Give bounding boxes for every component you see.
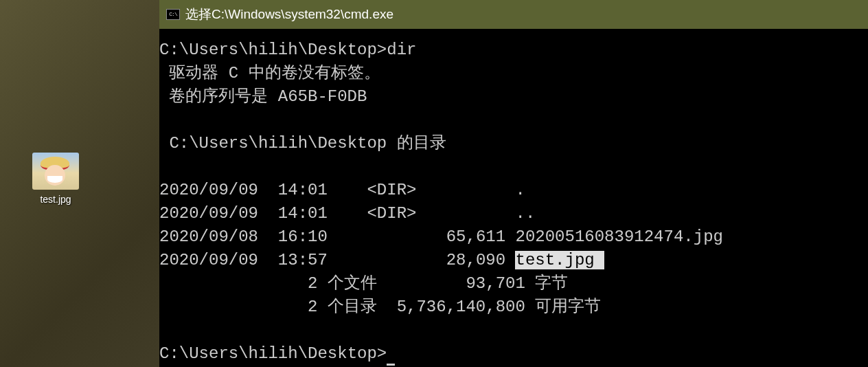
prompt: C:\Users\hilih\Desktop> xyxy=(159,344,387,363)
file-thumbnail xyxy=(32,153,79,190)
prompt: C:\Users\hilih\Desktop> xyxy=(159,41,387,59)
dir-entry: 2020/09/08 16:10 65,611 2020051608391247… xyxy=(159,225,868,249)
output-line: C:\Users\hilih\Desktop 的目录 xyxy=(159,132,868,155)
summary-line: 2 个文件 93,701 字节 xyxy=(159,272,868,296)
blank-line xyxy=(159,109,868,132)
desktop-file-icon[interactable]: test.jpg xyxy=(25,153,87,205)
dir-entry: 2020/09/09 14:01 <DIR> . xyxy=(159,179,868,202)
blank-line xyxy=(159,155,868,179)
cmd-window: C:\ 选择C:\Windows\system32\cmd.exe C:\Use… xyxy=(159,0,868,367)
prompt-line: C:\Users\hilih\Desktop> xyxy=(159,342,868,366)
file-label: test.jpg xyxy=(40,194,71,205)
cmd-icon: C:\ xyxy=(166,9,180,20)
blank-line xyxy=(159,319,868,342)
summary-line: 2 个目录 5,736,140,800 可用字节 xyxy=(159,296,868,319)
title-bar[interactable]: C:\ 选择C:\Windows\system32\cmd.exe xyxy=(159,0,868,29)
dir-entry: 2020/09/09 13:57 28,090 test.jpg xyxy=(159,249,868,272)
output-line: 驱动器 C 中的卷没有标签。 xyxy=(159,62,868,85)
cursor xyxy=(387,349,395,366)
window-title: 选择C:\Windows\system32\cmd.exe xyxy=(185,5,393,23)
output-line: 卷的序列号是 A65B-F0DB xyxy=(159,85,868,109)
dir-entry-prefix: 2020/09/09 13:57 28,090 xyxy=(159,251,515,269)
selected-text[interactable]: test.jpg xyxy=(515,251,604,269)
command: dir xyxy=(387,41,416,59)
dir-entry: 2020/09/09 14:01 <DIR> .. xyxy=(159,202,868,225)
prompt-line: C:\Users\hilih\Desktop>dir xyxy=(159,38,868,62)
desktop-area[interactable]: test.jpg xyxy=(0,0,159,367)
terminal-body[interactable]: C:\Users\hilih\Desktop>dir 驱动器 C 中的卷没有标签… xyxy=(159,29,868,367)
